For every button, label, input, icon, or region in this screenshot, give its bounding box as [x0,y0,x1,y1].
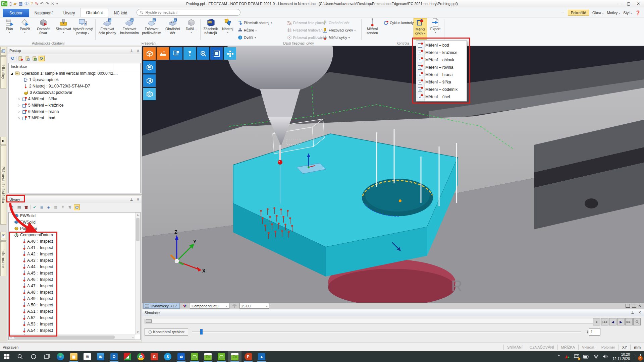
redo-icon[interactable]: ↷ [46,1,49,6]
tree-row-inspect[interactable]: A.45 : Inspect [9,270,140,276]
diamond-icon[interactable]: ◈ [46,204,52,210]
auto-update-icon[interactable]: ⟳ [39,56,45,61]
skype-icon[interactable]: S [161,351,174,362]
machine-sim-icon[interactable] [170,47,182,60]
postup-close-icon[interactable]: ✕ [137,49,140,53]
menu-item-mereni-hrana[interactable]: ∟Měření – hrana [416,71,467,78]
save-icon[interactable]: ▦ [19,1,22,6]
speed-slider-track[interactable] [192,331,581,333]
show-machining-icon[interactable] [74,204,80,210]
move-tool-button[interactable]: Přemístit nástroj▾ [238,19,272,26]
vendor-logo-icon[interactable] [565,354,570,359]
datum-select[interactable]: ComponentDatu⌄ [190,303,229,309]
tree-row-inspect[interactable]: A.46 : Inspect [9,276,140,283]
scroll-left-icon[interactable]: < [9,335,14,340]
collapsed-icon[interactable]: ▷ [17,116,21,120]
menu-item-mereni-oblouk[interactable]: ◠Měření – oblouk [416,56,467,64]
machine-feature-button[interactable]: Obrábět útvar [34,18,53,40]
delete-icon[interactable]: ✕ [51,1,54,6]
tree-row-stock[interactable]: Polotovar [9,225,140,232]
simulator-icon[interactable]: 🖵 [188,351,201,362]
tree-row-inspect[interactable]: A.42 : Inspect [9,251,140,257]
zoom-select[interactable]: 25.00⌄ [239,303,269,309]
simulate-button[interactable]: Simulovat▾ [54,18,73,40]
sequence-star-icon[interactable] [17,56,23,61]
menu-item-mereni-bod[interactable]: +Měření – bod [416,42,467,49]
taskbar-search-icon[interactable] [13,351,27,362]
volume-muted-icon[interactable] [603,354,608,359]
tab-obrabeni[interactable]: Obrábění [80,8,108,17]
tool-display-icon[interactable] [183,47,196,60]
expanded-icon[interactable]: ◢ [10,72,13,75]
store-icon[interactable]: ⊞ [80,351,94,362]
collapsed-icon[interactable]: ▷ [17,97,21,101]
tree-row-inspect[interactable]: A.49 : Inspect [9,295,140,302]
misc-button[interactable]: Různé▾ [238,27,257,34]
gmail-icon[interactable]: G [148,351,161,362]
spin-down-icon[interactable]: ▼ [587,332,589,334]
shaded-view-icon[interactable] [143,61,156,73]
tree-row-inspect[interactable]: A.51 : Inspect [9,308,140,314]
sidebar-tab-informace[interactable]: Informace [0,241,6,276]
qat-dropdown-icon[interactable]: ▾ [56,2,58,5]
tree-row-datum[interactable]: ComponentDatum [9,232,140,238]
menu-item-mereni-obdelnik[interactable]: ▭Měření – obdélník [416,86,467,93]
start-button[interactable] [0,351,13,362]
sidebar-tab-planovaci-nastenka[interactable]: Plánovací nástěnka [0,145,6,225]
mill-profile-button[interactable]: Frézovat profilováním [141,18,162,40]
stock-view-icon[interactable] [143,74,156,87]
tray-expand-icon[interactable]: ⌃ [557,354,560,359]
rewind-button[interactable]: |◀◀ [601,318,608,325]
close-button[interactable]: ✕ [637,1,640,6]
list-view-icon[interactable] [210,47,223,60]
inspect-cycle-button[interactable]: Cyklus kontroly [383,19,414,26]
menu-motivy[interactable]: Motivy ▾ [607,11,620,15]
play-button[interactable]: ▶ [617,318,625,325]
tab-nc-kod[interactable]: NC kód [108,9,132,17]
transparent-view-icon[interactable] [143,88,156,100]
speed-slider-thumb[interactable] [200,329,203,335]
other-mill-face-button[interactable]: Frézovat čelo plochy [287,19,325,26]
tree-row-step[interactable]: 1 Úprava upínek [9,76,140,83]
toggle-xy[interactable]: XY [619,345,631,350]
utvary-pin-icon[interactable]: ⊥ [130,197,133,202]
hole-machining-button[interactable]: Obrábění děr [163,18,182,40]
menu-item-mereni-rovina[interactable]: ◇Měření – rovina [416,64,467,71]
simulation-progress-thumb[interactable] [146,319,152,323]
stack-icon[interactable]: ▤ [16,204,22,210]
tree-row-step[interactable]: ▷ 6 Měření – hrana [9,108,140,115]
sequence-picture-icon[interactable] [32,56,38,61]
tree-row-step[interactable]: 3 Aktualizovat polotovar [9,89,140,96]
probe-cycles-button-active[interactable]: Měřicí cykly ▾ [414,18,427,40]
export-button[interactable]: Export▾ [428,18,442,40]
simulator-icon[interactable]: 🖵 [215,351,228,362]
outlook-icon[interactable]: O [107,351,121,362]
constant-speed-button[interactable]: ◷ Konstantní rychlost [145,328,188,336]
probe-cycles-small-button[interactable]: Měřicí cykly▾ [323,34,350,41]
tab-nastaveni[interactable]: Nastavení [29,9,58,17]
tool-store-button[interactable]: Zásobník nástrojů [202,18,220,40]
check-icon[interactable]: ✔ [32,204,38,210]
mill-face-button[interactable]: Frézovat čelo plochy [97,18,118,40]
minimize-button[interactable]: – [619,1,621,6]
notification-center-icon[interactable]: 8 [634,354,641,359]
tree-row-inspect[interactable]: A.40 : Inspect [9,238,140,244]
edgecam-active-icon[interactable]: Ec [228,351,241,362]
tab-soubor[interactable]: Soubor [3,9,29,17]
layout-grid-icon[interactable] [224,47,236,60]
plan-button[interactable]: Plán▾ [2,18,17,40]
toggle-oznacovani[interactable]: OZNAČOVÁNÍ [526,345,557,350]
pen-icon[interactable]: ✎ [35,1,38,6]
tree-row-inspect[interactable]: A.41 : Inspect [9,244,140,251]
search-input[interactable] [146,10,238,14]
edge-icon[interactable]: e [54,351,67,362]
mill-cycles-button[interactable]: Frézovací cykly▾ [323,27,356,34]
tree-row-inspect[interactable]: A.47 : Inspect [9,283,140,289]
cortana-icon[interactable] [27,351,40,362]
utvary-vertical-scrollbar[interactable]: ∧ ∨ [135,213,140,335]
copy-feature-icon[interactable]: ⧉ [9,204,15,210]
postup-pin-icon[interactable]: ⊥ [130,49,133,53]
tool-button[interactable]: Nástroj▾ [220,18,235,40]
tree-row-step[interactable]: ▷ 4 Měření – šířka [9,96,140,102]
info-tab-icon[interactable] [0,232,6,241]
